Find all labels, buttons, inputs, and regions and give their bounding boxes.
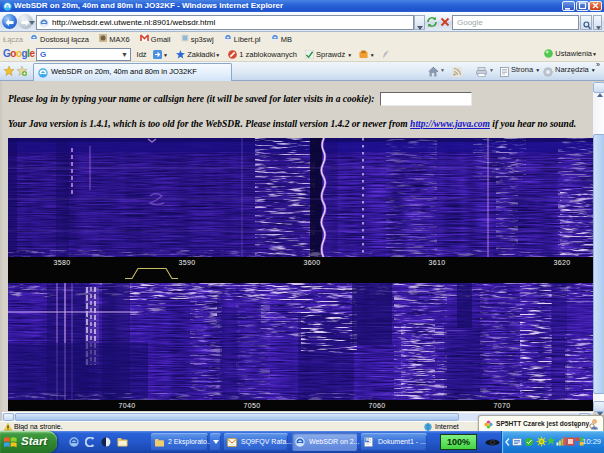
svg-text:W: W	[366, 437, 370, 442]
